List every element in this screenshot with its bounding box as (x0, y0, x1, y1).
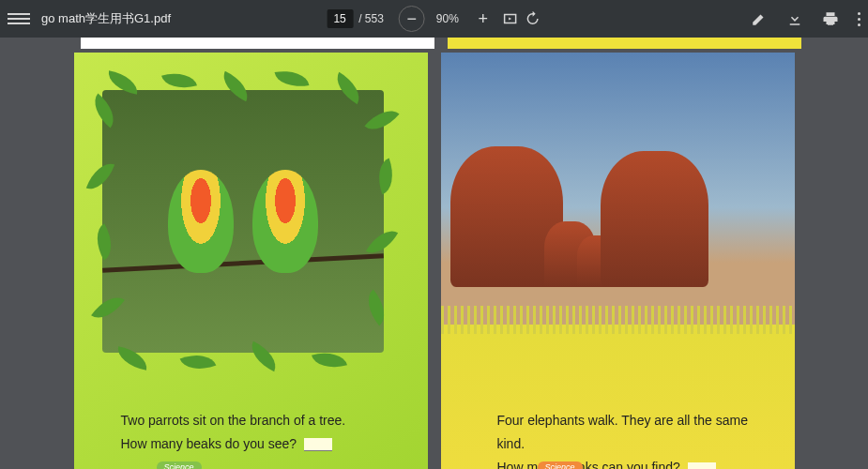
download-icon[interactable] (786, 10, 803, 27)
zoom-out-button[interactable]: − (399, 6, 425, 32)
question-line1: Two parrots sit on the branch of a tree. (121, 409, 403, 432)
more-menu-icon[interactable] (858, 12, 860, 26)
page-zoom-controls: / 553 − 90% + (327, 6, 541, 32)
question-text: Two parrots sit on the branch of a tree.… (121, 409, 403, 456)
prev-page-sliver (81, 38, 434, 49)
page-total-label: / 553 (358, 12, 384, 25)
elephant-shape (601, 151, 708, 287)
pdf-toolbar: go math学生用书G1.pdf / 553 − 90% + (0, 0, 868, 38)
question-line2: How many beaks do you see? (121, 432, 403, 456)
edit-icon[interactable] (751, 10, 768, 27)
pdf-page-left: Two parrots sit on the branch of a tree.… (74, 53, 428, 469)
page-number-input[interactable] (327, 9, 353, 28)
pdf-viewport[interactable]: Two parrots sit on the branch of a tree.… (0, 38, 868, 469)
question-text: Four elephants walk. They are all the sa… (497, 409, 779, 469)
pdf-page-right: Four elephants walk. They are all the sa… (441, 53, 795, 469)
prev-page-sliver (448, 38, 801, 49)
document-title: go math学生用书G1.pdf (41, 10, 171, 27)
fit-page-icon[interactable] (502, 10, 519, 27)
print-icon[interactable] (822, 10, 839, 27)
leaf-frame-decoration (88, 73, 398, 368)
toolbar-actions (751, 10, 860, 27)
answer-blank (304, 438, 332, 451)
menu-icon[interactable] (8, 8, 30, 30)
elephants-illustration (460, 146, 699, 287)
science-badge: Science (157, 461, 202, 469)
zoom-level-label: 90% (436, 12, 459, 25)
question-line1: Four elephants walk. They are all the sa… (497, 409, 779, 456)
science-badge: Science (538, 461, 583, 469)
rotate-icon[interactable] (525, 10, 541, 27)
grass-decoration (441, 306, 795, 334)
answer-blank (688, 462, 716, 469)
zoom-in-button[interactable]: + (470, 6, 496, 32)
